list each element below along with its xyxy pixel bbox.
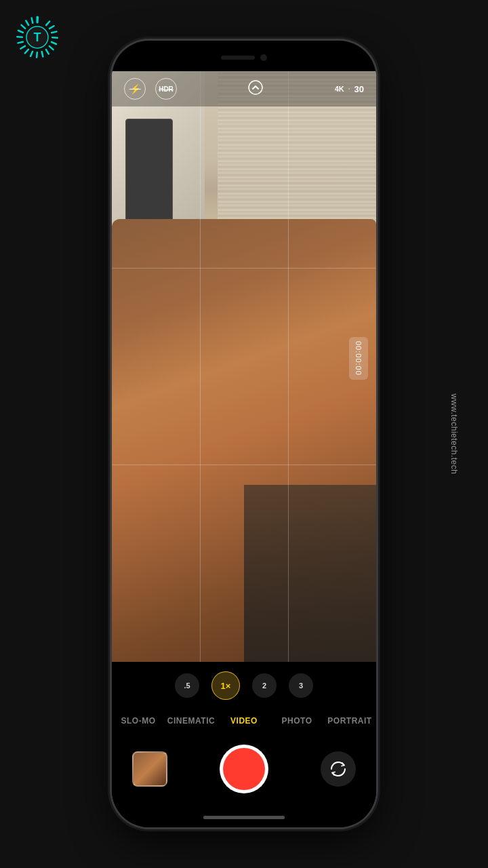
mode-video[interactable]: VIDEO <box>218 712 270 730</box>
timer-display: 00:00:00 <box>349 337 368 380</box>
chevron-up-button[interactable] <box>248 80 263 98</box>
zoom-2x[interactable]: 2 <box>252 673 277 698</box>
svg-text:T: T <box>34 31 41 44</box>
svg-line-1 <box>46 21 49 26</box>
svg-line-7 <box>45 50 49 54</box>
svg-line-13 <box>18 40 22 45</box>
page-wrapper: T www.techietech.tech <box>0 0 488 868</box>
top-controls: ⚡ HDR 4K · <box>112 71 376 106</box>
svg-line-3 <box>52 30 56 35</box>
svg-line-2 <box>49 24 54 29</box>
shutter-row <box>112 735 376 807</box>
svg-line-16 <box>21 25 26 28</box>
mode-cinematic[interactable]: CINEMATIC <box>165 712 218 730</box>
top-left-controls: ⚡ HDR <box>124 78 177 100</box>
svg-line-9 <box>35 52 39 58</box>
camera-screen: ⚡ HDR 4K · <box>112 71 376 827</box>
front-camera <box>260 54 267 61</box>
record-button[interactable] <box>220 745 268 793</box>
dot-separator: · <box>348 85 350 93</box>
logo-badge: T <box>14 14 61 61</box>
mode-photo[interactable]: PHOTO <box>270 712 323 730</box>
fps-badge[interactable]: 30 <box>354 84 364 94</box>
home-bar[interactable] <box>203 816 285 819</box>
speaker <box>221 56 255 60</box>
svg-line-14 <box>17 35 22 39</box>
svg-line-15 <box>18 31 23 33</box>
zoom-0-5x[interactable]: .5 <box>175 673 199 698</box>
mode-portrait[interactable]: PORTRAIT <box>323 712 376 730</box>
svg-line-4 <box>52 36 58 39</box>
floor <box>244 485 376 662</box>
camera-viewport[interactable]: ⚡ HDR 4K · <box>112 71 376 662</box>
bottom-controls: .5 1× 2 3 SLO-MO CINEMATIC VIDEO PHOTO P… <box>112 662 376 807</box>
top-right-controls: 4K · 30 <box>335 84 364 94</box>
svg-line-8 <box>40 52 45 56</box>
flash-icon: ⚡ <box>129 83 141 94</box>
mode-slo-mo[interactable]: SLO-MO <box>112 712 165 730</box>
svg-line-17 <box>24 20 29 25</box>
svg-line-10 <box>30 52 33 56</box>
mode-selector: SLO-MO CINEMATIC VIDEO PHOTO PORTRAIT <box>112 707 376 735</box>
hdr-button[interactable]: HDR <box>155 78 177 100</box>
svg-line-6 <box>49 46 54 50</box>
zoom-3x[interactable]: 3 <box>289 673 313 698</box>
svg-point-22 <box>249 81 262 94</box>
svg-line-18 <box>30 18 35 22</box>
watermark: www.techietech.tech <box>450 394 460 475</box>
svg-line-12 <box>20 45 25 50</box>
svg-line-11 <box>25 49 28 54</box>
phone-frame: ⚡ HDR 4K · <box>112 41 376 827</box>
thumbnail-preview[interactable] <box>132 751 167 787</box>
zoom-1x[interactable]: 1× <box>211 671 240 700</box>
phone-top-bar <box>112 41 376 71</box>
svg-line-5 <box>52 42 56 44</box>
flash-button[interactable]: ⚡ <box>124 78 146 100</box>
zoom-controls: .5 1× 2 3 <box>112 662 376 707</box>
hdr-icon: HDR <box>159 85 174 93</box>
home-indicator <box>112 807 376 827</box>
record-button-inner <box>223 748 265 790</box>
resolution-badge[interactable]: 4K <box>335 85 344 93</box>
notch <box>200 48 288 67</box>
flip-camera-button[interactable] <box>321 751 356 787</box>
